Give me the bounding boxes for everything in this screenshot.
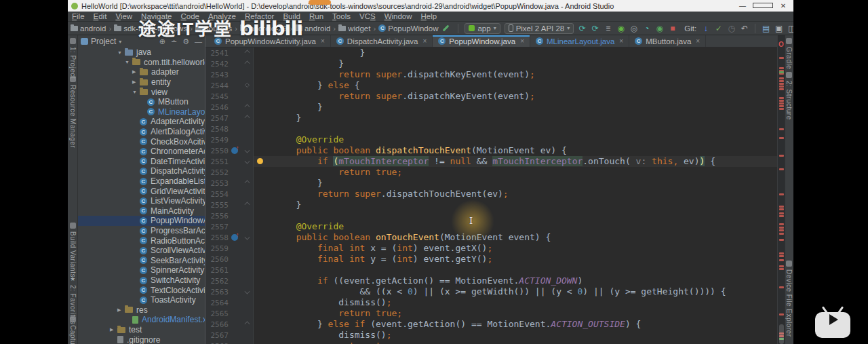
code-line[interactable]: if (mTouchInterceptor != null && mTouchI…: [254, 156, 777, 167]
tree-item-checkboxacitivity[interactable]: CCheckBoxAcitivity: [78, 136, 205, 147]
code-line[interactable]: public boolean onTouchEvent(MotionEvent …: [254, 232, 777, 243]
chevron-down-icon[interactable]: ▾: [119, 39, 121, 45]
menu-item-code[interactable]: Code: [181, 12, 200, 20]
settings-icon[interactable]: ⚙: [182, 37, 189, 46]
code-line[interactable]: }: [254, 102, 777, 113]
close-icon[interactable]: ×: [619, 37, 623, 45]
tree-item-progressbaractivity[interactable]: CProgressBarActivity: [78, 226, 205, 236]
code-line[interactable]: [254, 123, 777, 134]
code-line[interactable]: }: [254, 199, 777, 210]
tree-item-java[interactable]: ▼java: [78, 47, 205, 58]
fold-marker-icon[interactable]: [245, 61, 250, 66]
profile-apk-icon[interactable]: ◫: [787, 24, 793, 33]
close-icon[interactable]: ×: [422, 37, 427, 45]
fold-marker-icon[interactable]: [245, 322, 250, 327]
tool-window-button-gradle[interactable]: Gradle: [785, 38, 793, 69]
tool-window-button-2-structure[interactable]: 2: Structure: [785, 72, 793, 120]
close-icon[interactable]: ×: [520, 37, 524, 45]
code-line[interactable]: return true;: [254, 341, 777, 344]
menu-item-tools[interactable]: Tools: [332, 12, 351, 20]
layout-inspector-icon[interactable]: ▣: [774, 24, 784, 33]
commit-icon[interactable]: ✓: [713, 24, 724, 33]
tree-item-view[interactable]: ▼view: [78, 87, 205, 97]
tree-item-alertdialogactivity[interactable]: CAlertDialogActivity: [78, 127, 205, 137]
code-line[interactable]: @Override: [254, 134, 777, 145]
code-line[interactable]: dismiss();: [254, 297, 777, 308]
menu-item-view[interactable]: View: [115, 12, 132, 20]
editor-tab-popupwindowactivity-java[interactable]: CPopupWindowActivity.java×: [209, 35, 331, 47]
breadcrumb-item[interactable]: android-29: [240, 24, 287, 33]
code-line[interactable]: return super.dispatchTouchEvent(ev);: [254, 189, 777, 199]
tree-item-mainactivity[interactable]: CMainActivity: [78, 206, 205, 216]
code-line[interactable]: @Override: [254, 221, 777, 232]
close-icon[interactable]: ×: [696, 37, 700, 45]
close-icon[interactable]: ×: [321, 37, 325, 45]
breadcrumb-item[interactable]: sdk-tools-windows: [114, 24, 187, 33]
code-line[interactable]: } else {: [254, 80, 777, 91]
tree-item-seekbaractivity[interactable]: CSeekBarActivity: [78, 256, 205, 266]
breadcrumb-item[interactable]: android: [71, 24, 106, 33]
code-line[interactable]: public boolean dispatchTouchEvent(Motion…: [254, 145, 777, 156]
tree-item-androidmanifest-xml[interactable]: AndroidManifest.xml: [78, 315, 205, 325]
tree-item-entity[interactable]: ▶entity: [78, 77, 205, 88]
code-line[interactable]: return true;: [254, 308, 777, 319]
editor-tab-mlinearlayout-java[interactable]: CMLinearLayout.java×: [530, 35, 629, 47]
fold-marker-icon[interactable]: [245, 115, 250, 121]
tree-item-textclockactivity[interactable]: CTextClockActivity: [78, 285, 205, 295]
code-line[interactable]: final int y = (int) event.getY();: [254, 254, 777, 265]
code-line[interactable]: if ((event.getAction() == MotionEvent.AC…: [254, 275, 777, 286]
code-area[interactable]: } } return super.dispatchKeyEvent(event)…: [254, 47, 777, 344]
breadcrumb-item[interactable]: widget: [338, 24, 370, 33]
profiler-icon[interactable]: ◔: [642, 24, 652, 33]
menu-item-build[interactable]: Build: [283, 12, 300, 20]
intention-bulb-icon[interactable]: [257, 158, 263, 164]
fold-open-icon[interactable]: [245, 235, 250, 240]
tool-window-button-captures[interactable]: Captures: [69, 316, 77, 344]
breadcrumb-item[interactable]: sources: [195, 24, 232, 33]
fold-open-icon[interactable]: [245, 159, 250, 164]
code-line[interactable]: } else if (event.getAction() == MotionEv…: [254, 319, 777, 330]
tree-item-popupwindowactivity[interactable]: CPopupWindowActivity: [78, 216, 205, 226]
code-line[interactable]: dismiss();: [254, 330, 777, 341]
run-configurations-icon[interactable]: ≡: [603, 24, 613, 33]
overrides-method-icon[interactable]: [231, 234, 238, 241]
editor-tab-dispatchactivity-java[interactable]: CDispatchActivity.java×: [331, 35, 433, 47]
tree-item-chronometeracitvity[interactable]: CChronometerAcitvity: [78, 147, 205, 157]
tree-item--gitignore[interactable]: .gitignore: [78, 335, 205, 344]
overrides-method-icon[interactable]: [231, 147, 238, 154]
tree-item-com-ttit-helloworld[interactable]: ▼com.ttit.helloworld: [78, 58, 205, 68]
run-configuration-select[interactable]: app ▾: [465, 23, 500, 34]
tool-window-button-build-variants[interactable]: Build Variants: [69, 223, 77, 278]
tree-item-switchactivity[interactable]: CSwitchActivity: [78, 275, 205, 286]
minimize-button[interactable]: —: [732, 0, 753, 12]
code-line[interactable]: return super.dispatchKeyEvent(event);: [254, 69, 777, 80]
tree-item-dispatchactivity[interactable]: CDispatchActivity: [78, 166, 205, 176]
rerun-icon[interactable]: ⟳: [577, 24, 587, 33]
tool-window-button-1-project[interactable]: 1: Project: [69, 38, 77, 79]
tree-item-res[interactable]: ▶res: [78, 305, 205, 316]
code-line[interactable]: }: [254, 178, 777, 189]
tree-item-listviewactivity[interactable]: CListViewActivity: [78, 196, 205, 206]
hide-icon[interactable]: —: [195, 37, 202, 46]
debug-icon[interactable]: ◉: [616, 24, 626, 33]
fold-open-icon[interactable]: [245, 148, 250, 153]
fold-open-icon[interactable]: [245, 289, 250, 294]
gradle-sync-icon[interactable]: ▤: [761, 24, 771, 33]
tree-item-mbutton[interactable]: CMButton: [78, 97, 205, 107]
menu-item-refactor[interactable]: Refactor: [245, 12, 274, 20]
history-icon[interactable]: ◷: [726, 24, 736, 33]
editor-tab-mbutton-java[interactable]: CMButton.java×: [629, 35, 706, 47]
tree-item-scrollviewactivity[interactable]: CScrollViewActivity: [78, 246, 205, 256]
code-line[interactable]: return true;: [254, 167, 777, 178]
tool-window-button-device-file-explorer[interactable]: Device File Explorer: [785, 261, 793, 337]
menu-item-window[interactable]: Window: [384, 12, 412, 20]
tree-item-test[interactable]: ▶test: [78, 325, 205, 335]
menu-item-vcs[interactable]: VCS: [359, 12, 376, 20]
editor-tab-popupwindow-java[interactable]: CPopupWindow.java×: [433, 35, 530, 47]
menu-item-file[interactable]: File: [72, 12, 85, 20]
code-line[interactable]: final int x = (int) event.getX();: [254, 243, 777, 254]
menu-item-navigate[interactable]: Navigate: [141, 12, 172, 20]
code-line[interactable]: }: [254, 113, 777, 123]
tree-item-radiobuttonactivity[interactable]: CRadioButtonActivity: [78, 235, 205, 246]
menu-item-run[interactable]: Run: [309, 12, 323, 20]
